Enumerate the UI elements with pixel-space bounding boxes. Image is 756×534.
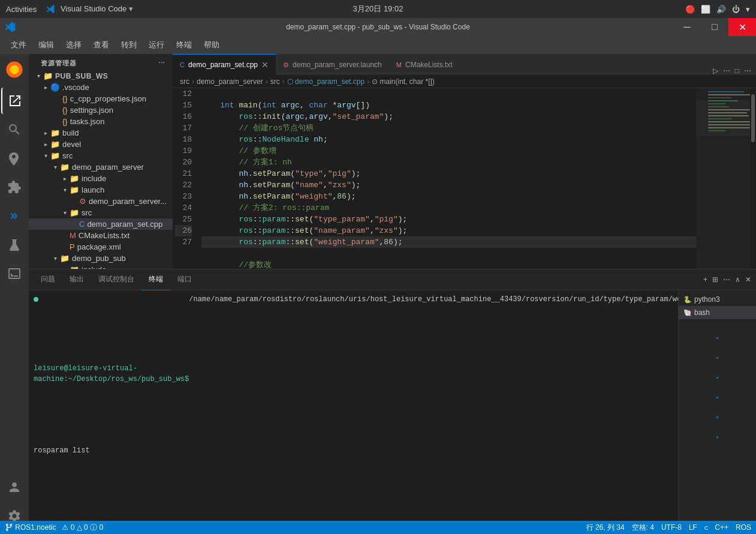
term-out-runid: /run_id [569,294,599,517]
tree-tasks[interactable]: {} tasks.json [29,116,173,127]
minimize-button[interactable]: ─ [673,18,701,36]
tree-vscode[interactable]: ▸ 🔵 .vscode [29,82,173,93]
menu-item-terminal[interactable]: 终端 [171,38,197,52]
tree-launch-file1[interactable]: ⚙ demo_param_server... [29,196,173,207]
status-spaces[interactable]: 空格: 4 [632,523,654,533]
term-out-type-param: /type_param [621,294,668,517]
tree-cpp-props[interactable]: {} c_cpp_properties.json [29,93,173,104]
terminal-more-icon[interactable]: ⋯ [723,275,730,284]
close-button[interactable]: ✕ [728,18,756,36]
tree-demo-param-server[interactable]: ▾ 📁 demo_param_server [29,161,173,173]
tree-root[interactable]: ▾ 📁 PUB_SUB_WS [29,70,173,82]
tree-demo-param-set[interactable]: C demo_param_set.cpp [29,218,173,230]
svg-rect-15 [708,130,726,131]
tree-build[interactable]: ▸ 📁 build [29,127,173,139]
activity-terminal[interactable] [1,260,28,287]
window-icon[interactable]: ⬜ [701,5,710,14]
status-line-ending[interactable]: LF [689,523,697,532]
svg-point-1 [10,65,19,74]
session-scroll-marks [679,337,756,438]
status-errors[interactable]: ⚠ 0 △ 0 ⓘ 0 [62,523,103,533]
session-bash[interactable]: 🐚 bash [679,306,756,319]
svg-rect-4 [708,97,732,98]
power-icon[interactable]: ⏻ [732,5,740,14]
status-line-col[interactable]: 行 26, 列 34 [586,523,625,533]
status-language[interactable]: C C++ [704,523,728,532]
split-icon[interactable]: ⋯ [723,67,730,75]
svg-text:C: C [704,525,708,531]
menu-item-select[interactable]: 选择 [61,38,86,52]
term-tab-terminal[interactable]: 终端 [141,269,170,290]
maximize-button[interactable]: □ [701,18,728,36]
svg-rect-9 [708,112,747,113]
session-python3[interactable]: 🐍 python3 [679,293,756,306]
breadcrumb-src[interactable]: src [180,77,189,86]
tab-demo-param-set[interactable]: C demo_param_set.cpp ✕ [173,54,276,75]
tree-launch1[interactable]: ▾ 📁 launch [29,184,173,196]
sidebar-title: 资源管理器 [41,59,77,68]
status-bar: ROS1.noetic ⚠ 0 △ 0 ⓘ 0 行 26, 列 34 空格: 4… [0,521,756,534]
terminal-close-icon[interactable]: ✕ [745,275,751,284]
title-bar-controls[interactable]: ─ □ ✕ [673,18,756,36]
breadcrumb-src2[interactable]: src [270,77,280,86]
menu-item-help[interactable]: 帮助 [199,38,224,52]
activity-explorer[interactable] [1,88,28,114]
minimize-sys-icon[interactable]: 🔴 [685,5,695,14]
layout-icon[interactable]: □ [735,67,739,75]
tree-cmake1[interactable]: M CMakeLists.txt [29,230,173,241]
activity-search[interactable] [1,116,28,143]
menu-item-file[interactable]: 文件 [6,38,31,52]
term-tab-debug[interactable]: 调试控制台 [91,269,141,290]
svg-rect-8 [708,109,750,110]
tree-devel[interactable]: ▸ 📁 devel [29,139,173,150]
tab-cmake[interactable]: M CMakeLists.txt [389,54,460,75]
breadcrumb-func[interactable]: ⊙ main(int, char *[]) [372,77,435,86]
menu-item-goto[interactable]: 转到 [116,38,141,52]
tree-settings[interactable]: {} settings.json [29,104,173,116]
activity-vscode[interactable] [1,203,28,229]
menu-item-edit[interactable]: 编辑 [34,38,59,52]
status-encoding[interactable]: UTF-8 [661,523,682,532]
activities-label[interactable]: Activities [6,5,37,14]
menu-item-run[interactable]: 运行 [144,38,169,52]
svg-rect-6 [708,103,726,104]
tab-demo-param-launch[interactable]: ⚙ demo_param_server.launch [276,54,389,75]
activity-git[interactable] [1,145,28,172]
tree-package1[interactable]: P package.xml [29,241,173,253]
term-tab-ports[interactable]: 端口 [170,269,199,290]
menu-item-view[interactable]: 查看 [89,38,114,52]
svg-rect-12 [708,121,753,122]
activity-account[interactable] [1,474,28,500]
breadcrumb: src › demo_param_server › src › ⬡ demo_p… [173,75,756,88]
svg-rect-3 [708,94,756,95]
status-bar-right: 行 26, 列 34 空格: 4 UTF-8 LF C C++ ROS [586,523,751,533]
tab-close-1[interactable]: ✕ [261,60,269,70]
split-terminal-icon[interactable]: ⊞ [712,275,718,284]
terminal-output[interactable]: leisure@leisure-virtual-machine:~/Deskto… [29,290,678,521]
term-line-1: leisure@leisure-virtual-machine:~/Deskto… [34,294,189,517]
term-out-weight: /weight [668,294,678,517]
status-branch[interactable]: ROS1.noetic [5,523,56,532]
new-terminal-icon[interactable]: + [703,275,707,284]
terminal-panel: 问题 输出 调试控制台 终端 端口 + ⊞ ⋯ ∧ ✕ leisure@leis… [29,269,756,521]
tabs-right-controls: ▷ ⋯ □ ⋯ [713,67,756,75]
tree-src2[interactable]: ▾ 📁 src [29,207,173,218]
term-tab-problems[interactable]: 问题 [34,269,62,290]
tree-include1[interactable]: ▸ 📁 include [29,173,173,184]
chevron-icon[interactable]: ▾ [746,5,750,14]
term-out-rosdistro: /rosdistro [258,294,301,517]
tree-src[interactable]: ▾ 📁 src [29,150,173,161]
title-bar-icon [0,22,16,32]
sidebar-header-icons[interactable]: ⋯ [158,59,165,67]
more-icon[interactable]: ⋯ [744,67,751,75]
run-icon[interactable]: ▷ [713,67,718,75]
breadcrumb-demo-param-server[interactable]: demo_param_server [197,77,263,86]
breadcrumb-file[interactable]: ⬡ demo_param_set.cpp [287,77,365,86]
sound-icon[interactable]: 🔊 [716,5,726,14]
tree-demo-pub-sub[interactable]: ▾ 📁 demo_pub_sub [29,253,173,264]
status-ros[interactable]: ROS [736,523,751,532]
terminal-collapse-icon[interactable]: ∧ [735,275,740,284]
activity-extensions[interactable] [1,174,28,200]
activity-flask[interactable] [1,232,28,258]
term-tab-output[interactable]: 输出 [62,269,91,290]
